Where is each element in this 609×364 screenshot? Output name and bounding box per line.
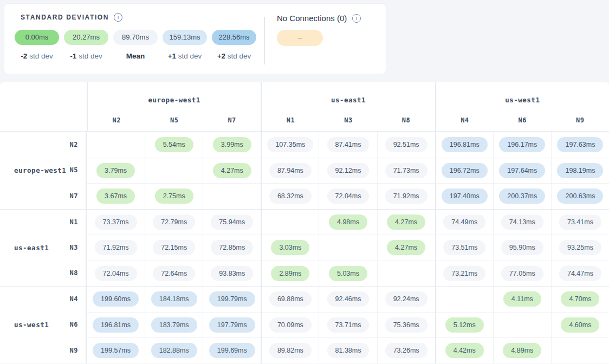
latency-pill[interactable]: 95.90ms [501,240,543,255]
latency-cell: 75.94ms [203,210,261,235]
std-dev-info-icon[interactable]: i [114,13,122,22]
latency-cell: 197.64ms [493,158,551,184]
latency-pill[interactable]: 4.42ms [445,343,484,358]
latency-cell: 4.27ms [377,235,435,261]
latency-pill[interactable]: 72.04ms [327,188,370,204]
latency-pill[interactable]: 4.11ms [503,291,541,307]
latency-pill[interactable]: 5.54ms [155,137,193,152]
latency-pill[interactable]: 197.63ms [557,137,603,152]
latency-pill[interactable]: 196.17ms [499,137,545,152]
latency-pill[interactable]: 200.63ms [557,188,603,204]
latency-cell: 196.81ms [87,312,145,338]
latency-pill[interactable]: 72.79ms [153,214,195,230]
latency-pill[interactable]: 198.19ms [557,163,603,178]
latency-pill[interactable]: 184.18ms [151,291,197,307]
latency-pill[interactable]: 200.37ms [499,188,545,204]
latency-pill[interactable]: 72.64ms [153,266,195,281]
latency-pill[interactable]: 199.57ms [93,343,139,358]
latency-pill[interactable]: 72.85ms [211,240,253,255]
latency-cell: 4.89ms [493,337,551,363]
latency-pill[interactable]: 73.37ms [95,214,137,230]
latency-pill[interactable]: 73.51ms [443,240,485,255]
latency-pill[interactable]: 183.79ms [151,317,197,333]
latency-pill[interactable]: 4.60ms [561,317,599,333]
latency-cell: 4.42ms [435,337,493,363]
latency-pill[interactable]: 87.41ms [327,137,370,152]
latency-pill[interactable]: 73.26ms [385,343,427,358]
matrix-row-N3: us-east1N371.92ms72.15ms72.85ms3.03ms4.2… [0,235,609,261]
latency-pill[interactable]: 4.27ms [213,163,251,178]
row-header-N5: europe-west1N5 [0,158,87,184]
latency-pill[interactable]: 2.75ms [155,188,193,204]
std-dev-stop: 89.70ms Mean [113,30,158,60]
latency-pill[interactable]: 182.88ms [151,343,197,358]
latency-pill[interactable]: 3.67ms [96,188,135,204]
latency-pill[interactable]: 73.41ms [559,214,601,230]
no-connections-info-icon[interactable]: i [352,14,361,23]
latency-pill[interactable]: 196.81ms [93,317,139,333]
column-region-label: us-west1 [436,82,609,109]
latency-pill[interactable]: 71.92ms [385,188,427,204]
latency-pill[interactable]: 92.24ms [385,291,427,307]
latency-pill[interactable]: 93.25ms [559,240,601,255]
column-header-N1: N1 [262,109,319,131]
latency-pill[interactable]: 77.05ms [501,266,543,281]
latency-cell: 92.51ms [377,132,435,158]
latency-pill[interactable]: 92.12ms [327,163,370,178]
latency-pill[interactable]: 74.13ms [501,214,543,230]
latency-pill[interactable]: 93.83ms [211,266,253,281]
latency-cell: 2.89ms [261,261,319,287]
latency-pill[interactable]: 3.99ms [213,137,251,152]
latency-pill[interactable]: 92.51ms [385,137,427,152]
latency-pill[interactable]: 72.15ms [153,240,195,255]
latency-pill[interactable]: 199.79ms [209,291,255,307]
latency-pill[interactable]: 199.60ms [93,291,139,307]
latency-pill[interactable]: 4.98ms [329,214,367,230]
row-header-N8: N8 [0,261,87,287]
latency-cell: 72.04ms [87,261,145,287]
latency-pill[interactable]: 4.27ms [387,240,425,255]
latency-pill[interactable]: 73.21ms [443,266,485,281]
no-connections-label: No Connections (0) [277,14,347,23]
latency-cell: 81.38ms [319,337,377,363]
matrix-row-N6: us-west1N6196.81ms183.79ms197.79ms70.09m… [0,312,609,338]
matrix-row-N2: N25.54ms3.99ms107.35ms87.41ms92.51ms196.… [0,132,609,158]
latency-pill[interactable]: 72.04ms [95,266,137,281]
latency-pill[interactable]: 196.81ms [442,137,488,152]
latency-pill[interactable]: 197.40ms [442,188,488,204]
latency-pill[interactable]: 4.70ms [561,291,599,307]
latency-pill[interactable]: 199.69ms [209,343,255,358]
latency-pill[interactable]: 5.12ms [445,317,484,333]
latency-pill[interactable]: 69.88ms [269,291,312,307]
latency-pill[interactable]: 3.03ms [271,240,309,255]
latency-pill[interactable]: 89.82ms [269,343,312,358]
latency-pill[interactable]: 197.79ms [209,317,255,333]
latency-pill[interactable]: 71.73ms [385,163,427,178]
latency-pill[interactable]: 4.89ms [503,343,541,358]
latency-pill[interactable]: 71.92ms [95,240,137,255]
latency-pill[interactable]: 74.47ms [559,266,601,281]
latency-pill[interactable]: 107.35ms [267,137,313,152]
latency-cell: 196.72ms [435,158,493,184]
latency-pill[interactable]: 197.64ms [499,163,545,178]
row-header-N9: N9 [0,337,87,363]
std-dev-pill-mean: 89.70ms [113,30,158,45]
matrix-row-N5: europe-west1N53.79ms4.27ms87.94ms92.12ms… [0,158,609,184]
latency-pill[interactable]: 81.38ms [327,343,370,358]
latency-pill[interactable]: 68.32ms [269,188,312,204]
latency-pill[interactable]: 70.09ms [269,317,312,333]
latency-cell: 4.98ms [319,210,377,235]
latency-pill[interactable]: 4.27ms [387,214,425,230]
latency-pill[interactable]: 75.94ms [211,214,253,230]
latency-pill[interactable]: 2.89ms [271,266,309,281]
matrix-corner-cell [0,82,87,131]
latency-pill[interactable]: 3.79ms [96,163,135,178]
std-dev-pill-minus1: 20.27ms [64,30,108,45]
latency-pill[interactable]: 196.72ms [442,163,488,178]
latency-pill[interactable]: 74.49ms [443,214,485,230]
latency-pill[interactable]: 92.46ms [327,291,370,307]
latency-pill[interactable]: 75.36ms [385,317,427,333]
latency-pill[interactable]: 87.94ms [269,163,312,178]
latency-pill[interactable]: 73.71ms [327,317,370,333]
latency-pill[interactable]: 5.03ms [329,266,367,281]
